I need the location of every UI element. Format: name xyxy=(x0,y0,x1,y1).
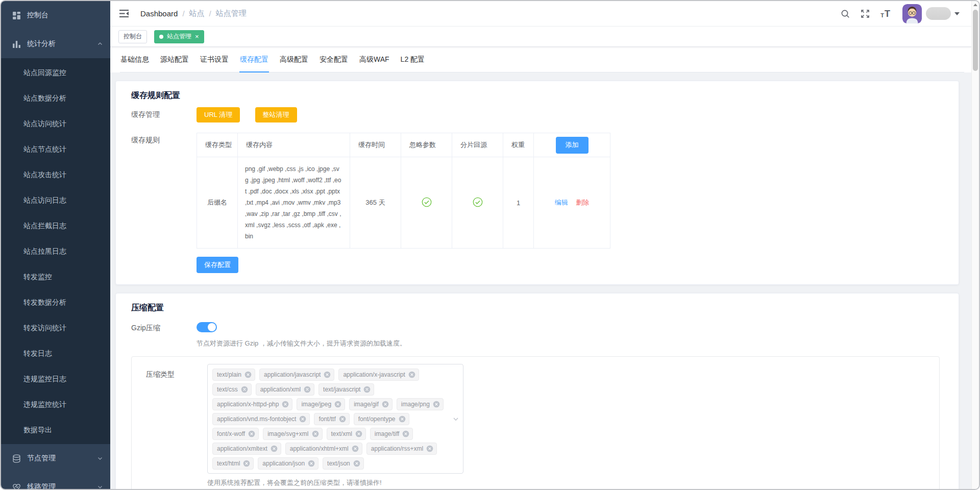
cell-cache-content: png ,gif ,webp ,css ,js ,ico ,jpge ,svg … xyxy=(238,157,350,249)
tab-cert-settings[interactable]: 证书设置 xyxy=(200,54,229,72)
sidebar-subitem[interactable]: 站点节点统计 xyxy=(1,136,110,162)
vertical-scrollbar[interactable] xyxy=(971,1,979,489)
col-weight: 权重 xyxy=(503,133,534,157)
mime-type-tag: text/xml xyxy=(327,428,366,440)
sidebar-subitem[interactable]: 站点回源监控 xyxy=(1,60,110,85)
sidebar-item-label: 线路管理 xyxy=(27,482,56,489)
tag-remove-icon[interactable] xyxy=(426,445,433,452)
avatar[interactable] xyxy=(902,4,922,23)
col-cache-content: 缓存内容 xyxy=(238,133,350,157)
sidebar-subitem[interactable]: 站点访问日志 xyxy=(1,187,110,213)
toggle-knob xyxy=(208,323,216,331)
tag-remove-icon[interactable] xyxy=(244,371,252,378)
tag-remove-icon[interactable] xyxy=(399,415,406,423)
active-dot-icon xyxy=(159,35,163,39)
tag-remove-icon[interactable] xyxy=(382,401,389,408)
main-area: Dashboard / 站点 / 站点管理 TT xyxy=(110,1,971,489)
url-purge-button[interactable]: URL 清理 xyxy=(197,107,240,122)
sidebar-item-label: 节点管理 xyxy=(27,454,56,463)
sidebar-subitem[interactable]: 数据导出 xyxy=(1,417,110,443)
tag-view-site-mgmt[interactable]: 站点管理 × xyxy=(154,30,204,43)
sidebar-subitem[interactable]: 站点访问统计 xyxy=(1,111,110,136)
tag-remove-icon[interactable] xyxy=(324,371,331,378)
sidebar-subitem[interactable]: 转发数据分析 xyxy=(1,289,110,315)
tag-remove-icon[interactable] xyxy=(334,401,341,408)
gzip-toggle[interactable] xyxy=(197,322,217,332)
sidebar-subitem[interactable]: 违规监控日志 xyxy=(1,366,110,391)
tag-remove-icon[interactable] xyxy=(355,430,362,437)
fullscreen-icon[interactable] xyxy=(861,9,870,18)
save-config-button[interactable]: 保存配置 xyxy=(197,257,238,273)
tag-label: image/gif xyxy=(354,401,379,408)
sidebar-item-lines[interactable]: 线路管理 xyxy=(1,473,110,489)
tab-security-config[interactable]: 安全配置 xyxy=(319,54,349,72)
sidebar-item-statistics[interactable]: 统计分析 xyxy=(1,30,110,58)
close-icon[interactable]: × xyxy=(195,33,199,40)
delete-rule-link[interactable]: 删除 xyxy=(576,199,589,206)
card-title: 压缩配置 xyxy=(131,303,943,313)
tag-remove-icon[interactable] xyxy=(248,430,255,437)
sidebar-subitem[interactable]: 站点拦截日志 xyxy=(1,213,110,238)
sidebar-subitem[interactable]: 站点攻击统计 xyxy=(1,162,110,187)
sidebar-subitem[interactable]: 违规监控统计 xyxy=(1,391,110,417)
breadcrumb: Dashboard / 站点 / 站点管理 xyxy=(140,9,247,18)
add-rule-button[interactable]: 添加 xyxy=(556,137,589,154)
sidebar-item-nodes[interactable]: 节点管理 xyxy=(1,444,110,473)
tag-label: image/tiff xyxy=(375,430,399,437)
caret-down-icon[interactable] xyxy=(954,12,960,15)
font-size-icon[interactable]: TT xyxy=(880,9,890,18)
mime-type-tag: application/json xyxy=(258,457,318,470)
navbar-actions: TT xyxy=(830,4,960,23)
sidebar-subitem[interactable]: 转发日志 xyxy=(1,340,110,366)
tag-remove-icon[interactable] xyxy=(299,415,306,423)
scrollbar-thumb[interactable] xyxy=(973,10,978,71)
username-pill[interactable] xyxy=(926,7,951,20)
tab-advanced-waf[interactable]: 高级WAF xyxy=(359,54,390,72)
sidebar-item-console[interactable]: 控制台 xyxy=(1,1,110,30)
tag-remove-icon[interactable] xyxy=(353,460,360,467)
tag-remove-icon[interactable] xyxy=(402,430,409,437)
tag-remove-icon[interactable] xyxy=(241,386,248,393)
tag-label: application/xhtml+xml xyxy=(290,445,349,452)
tag-remove-icon[interactable] xyxy=(339,415,346,423)
tag-label: font/opentype xyxy=(358,415,396,423)
tab-cache-config[interactable]: 缓存配置 xyxy=(239,54,269,72)
sidebar-subitem[interactable]: 转发监控 xyxy=(1,264,110,289)
hamburger-icon[interactable] xyxy=(119,9,129,18)
tag-view-console[interactable]: 控制台 xyxy=(118,30,147,43)
site-purge-button[interactable]: 整站清理 xyxy=(255,107,297,122)
tag-remove-icon[interactable] xyxy=(271,445,278,452)
tag-remove-icon[interactable] xyxy=(308,460,315,467)
tag-remove-icon[interactable] xyxy=(312,430,319,437)
mime-type-tag: text/plain xyxy=(212,369,255,381)
scrollbar-up-icon[interactable] xyxy=(972,1,979,9)
tag-remove-icon[interactable] xyxy=(352,445,359,452)
mime-type-tag: application/javascript xyxy=(259,369,334,381)
sidebar-subitem[interactable]: 站点数据分析 xyxy=(1,85,110,111)
tag-remove-icon[interactable] xyxy=(304,386,311,393)
tab-basic-info[interactable]: 基础信息 xyxy=(120,54,150,72)
tag-remove-icon[interactable] xyxy=(282,401,289,408)
tab-origin-config[interactable]: 源站配置 xyxy=(160,54,189,72)
dashboard-grid-icon xyxy=(12,11,21,20)
compression-types-select[interactable]: text/plain application/javascript xyxy=(207,364,463,474)
tab-advanced-config[interactable]: 高级配置 xyxy=(279,54,309,72)
cell-weight: 1 xyxy=(503,157,534,249)
mime-type-tag: text/html xyxy=(212,457,254,470)
tag-remove-icon[interactable] xyxy=(433,401,440,408)
mime-type-tag: application/xhtml+xml xyxy=(285,443,362,455)
tag-remove-icon[interactable] xyxy=(363,386,371,393)
cache-rules-card: 缓存规则配置 缓存管理 URL 清理 整站清理 缓存规则 xyxy=(115,81,959,285)
search-icon[interactable] xyxy=(841,9,850,18)
sidebar-subitem[interactable]: 站点拉黑日志 xyxy=(1,238,110,264)
edit-rule-link[interactable]: 编辑 xyxy=(555,199,568,206)
app-window: 控制台 统计分析 站点回源监控站点数据分析站点访问统计站点节点统计站点攻击统计站… xyxy=(0,0,980,490)
sidebar-subitem[interactable]: 转发访问统计 xyxy=(1,315,110,340)
sidebar: 控制台 统计分析 站点回源监控站点数据分析站点访问统计站点节点统计站点攻击统计站… xyxy=(1,1,110,489)
compression-type-label: 压缩类型 xyxy=(146,364,207,487)
tag-remove-icon[interactable] xyxy=(243,460,250,467)
breadcrumb-dashboard[interactable]: Dashboard xyxy=(140,9,178,18)
tab-l2-config[interactable]: L2 配置 xyxy=(400,54,425,72)
tag-remove-icon[interactable] xyxy=(408,371,415,378)
tabs-bar: 基础信息 源站配置 证书设置 缓存配置 高级配置 安全配置 高级WAF L2 配… xyxy=(110,47,971,72)
